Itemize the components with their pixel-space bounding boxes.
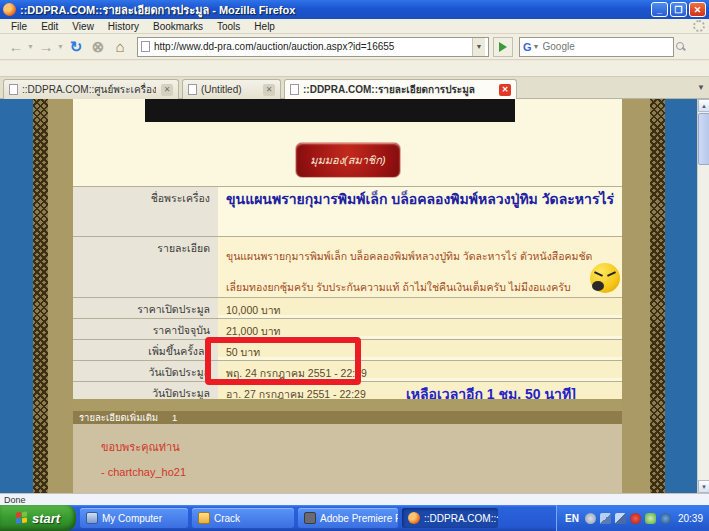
scroll-down-icon[interactable]: ▼ xyxy=(698,480,709,493)
reload-button[interactable]: ↻ xyxy=(65,36,87,58)
url-input[interactable] xyxy=(154,41,472,52)
taskbar-button-my-computer[interactable]: My Computer xyxy=(80,508,188,528)
stop-button[interactable]: ⊗ xyxy=(87,36,109,58)
tray-security-icon[interactable] xyxy=(630,513,641,524)
folder-icon xyxy=(198,512,210,524)
table-row: ชื่อพระเครื่อง ขุนแผนพรายกุมารพิมพ์เล็ก … xyxy=(73,186,622,236)
taskbar-button-label: ::DDPRA.COM::รายล... xyxy=(424,511,498,526)
taskbar-button-label: Adobe Premiere Pro 1... xyxy=(320,513,398,524)
tab-label: ::DDPRA.COM::รายละเอียดการประมูล xyxy=(303,82,494,97)
field-label: รายละเอียด xyxy=(73,237,218,297)
extra-text: - chartchay_ho21 xyxy=(101,466,622,478)
auction-table: ชื่อพระเครื่อง ขุนแผนพรายกุมารพิมพ์เล็ก … xyxy=(73,186,622,425)
url-dropdown-icon[interactable]: ▼ xyxy=(472,38,485,56)
decorative-border-left xyxy=(33,99,48,493)
menu-bookmarks[interactable]: Bookmarks xyxy=(146,21,210,32)
tray-network-icon[interactable] xyxy=(600,513,611,524)
item-name: ขุนแผนพรายกุมารพิมพ์เล็ก บล็อคลองพิมพ์หล… xyxy=(226,189,618,210)
close-button[interactable]: ✕ xyxy=(689,2,706,17)
menu-bar: File Edit View History Bookmarks Tools H… xyxy=(0,19,709,34)
field-label: ราคาปัจจุบัน xyxy=(73,319,218,339)
tray-network2-icon[interactable] xyxy=(615,513,626,524)
taskbar-button-premiere[interactable]: Adobe Premiere Pro 1... xyxy=(298,508,398,528)
tab-favicon xyxy=(9,84,18,95)
table-row: รายละเอียด ขุนแผนพรายกุมารพิมพ์เล็ก บล็อ… xyxy=(73,236,622,297)
taskbar-button-crack[interactable]: Crack xyxy=(192,508,294,528)
start-button[interactable]: start xyxy=(0,505,76,531)
menu-edit[interactable]: Edit xyxy=(34,21,65,32)
address-bar[interactable]: ▼ xyxy=(137,37,489,57)
taskbar-button-firefox-active[interactable]: ::DDPRA.COM::รายล... xyxy=(402,508,498,528)
tab-list-dropdown-icon[interactable]: ▼ xyxy=(697,83,705,92)
table-row: ราคาปัจจุบัน 21,000 บาท xyxy=(73,318,622,339)
minimize-button[interactable]: _ xyxy=(651,2,668,17)
item-photo-strip xyxy=(145,99,515,122)
start-label: start xyxy=(32,511,60,526)
tab-close-icon[interactable]: ✕ xyxy=(161,84,173,96)
tab-label: ::DDPRA.COM::ศูนย์พระเครื่องชั้นนำ ปร... xyxy=(22,82,156,97)
tab-3-active[interactable]: ::DDPRA.COM::รายละเอียดการประมูล ✕ xyxy=(284,79,517,99)
extra-details-body: ขอบพระคุณท่าน - chartchay_ho21 xyxy=(73,424,622,493)
premiere-icon xyxy=(304,512,316,524)
search-engine-dropdown-icon[interactable]: ▼ xyxy=(533,43,540,50)
extra-text: ขอบพระคุณท่าน xyxy=(101,438,622,456)
tab-1[interactable]: ::DDPRA.COM::ศูนย์พระเครื่องชั้นนำ ปร...… xyxy=(3,79,179,99)
highlight-annotation-box xyxy=(205,337,361,385)
forward-dropdown-icon[interactable]: ▼ xyxy=(57,36,65,58)
tab-favicon xyxy=(188,84,197,95)
tray-info-icon[interactable] xyxy=(660,513,671,524)
forward-button[interactable]: → xyxy=(35,36,57,58)
page-content: มุมมอง(สมาชิก) ชื่อพระเครื่อง ขุนแผนพราย… xyxy=(73,99,622,493)
system-tray: EN 20:39 xyxy=(556,505,709,531)
tab-close-icon[interactable]: ✕ xyxy=(263,84,275,96)
tab-favicon xyxy=(290,84,299,95)
extra-details-header: รายละเอียดเพิ่มเติม 1 xyxy=(73,411,622,424)
tab-2[interactable]: (Untitled) ✕ xyxy=(182,79,281,99)
language-indicator[interactable]: EN xyxy=(565,513,579,524)
taskbar-clock[interactable]: 20:39 xyxy=(678,513,703,524)
status-bar: Done xyxy=(0,493,709,505)
scrollbar-thumb[interactable] xyxy=(698,113,709,165)
menu-view[interactable]: View xyxy=(65,21,101,32)
search-input[interactable] xyxy=(543,41,675,52)
navigation-toolbar: ← ▼ → ▼ ↻ ⊗ ⌂ ▼ G ▼ xyxy=(0,34,709,60)
back-button[interactable]: ← xyxy=(5,36,27,58)
tab-bar: ::DDPRA.COM::ศูนย์พระเครื่องชั้นนำ ปร...… xyxy=(0,77,709,99)
window-title: ::DDPRA.COM::รายละเอียดการประมูล - Mozil… xyxy=(20,1,651,19)
firefox-icon xyxy=(3,3,16,16)
search-icon[interactable] xyxy=(675,41,686,52)
back-dropdown-icon[interactable]: ▼ xyxy=(27,36,35,58)
field-label: เพิ่มขึ้นครั้งละ xyxy=(73,340,218,360)
computer-icon xyxy=(86,512,98,524)
title-bar: ::DDPRA.COM::รายละเอียดการประมูล - Mozil… xyxy=(0,0,709,19)
table-row: ราคาเปิดประมูล 10,000 บาท xyxy=(73,297,622,318)
menu-file[interactable]: File xyxy=(4,21,34,32)
google-logo-icon: G xyxy=(523,41,532,53)
tray-messenger-icon[interactable] xyxy=(645,513,656,524)
tray-icon-1[interactable] xyxy=(585,513,596,524)
search-bar[interactable]: G ▼ xyxy=(519,37,674,57)
taskbar: start My Computer Crack Adobe Premiere P… xyxy=(0,505,709,531)
decorative-border-right xyxy=(650,99,665,493)
field-label: วันเปิดประมูล xyxy=(73,361,218,381)
vertical-scrollbar[interactable]: ▲ ▼ xyxy=(697,99,709,493)
bookmarks-toolbar xyxy=(0,61,709,77)
taskbar-button-label: My Computer xyxy=(102,513,162,524)
tab-close-icon[interactable]: ✕ xyxy=(499,84,511,96)
member-view-button[interactable]: มุมมอง(สมาชิก) xyxy=(295,142,401,178)
throbber-icon xyxy=(693,20,705,32)
menu-tools[interactable]: Tools xyxy=(210,21,247,32)
open-price-value: 10,000 บาท xyxy=(226,304,281,316)
firefox-icon xyxy=(408,512,420,524)
go-button[interactable] xyxy=(493,37,513,57)
menu-help[interactable]: Help xyxy=(247,21,282,32)
restore-button[interactable]: ❐ xyxy=(670,2,687,17)
scroll-up-icon[interactable]: ▲ xyxy=(698,99,709,112)
taskbar-button-label: Crack xyxy=(214,513,240,524)
tan-strip-right xyxy=(622,99,650,493)
detail-text: ขุนแผนพรายกุมารพิมพ์เล็ก บล็อคลองพิมพ์หล… xyxy=(226,248,618,265)
menu-history[interactable]: History xyxy=(101,21,146,32)
home-button[interactable]: ⌂ xyxy=(109,36,131,58)
current-price-value: 21,000 บาท xyxy=(226,325,281,337)
status-text: Done xyxy=(4,495,26,505)
